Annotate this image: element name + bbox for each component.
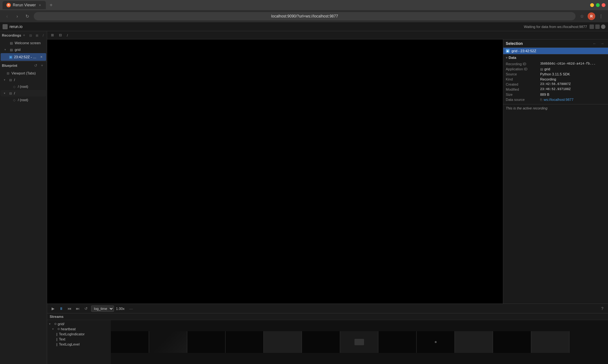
app-name-label: rerun.io bbox=[10, 24, 23, 29]
blueprint-root2[interactable]: ◇ / (root) bbox=[1, 97, 46, 103]
recording-id-label: Recording ID bbox=[506, 62, 538, 66]
data-row-datasource: Data source ⎘ ws://localhost:9877 bbox=[506, 97, 605, 102]
thumb-6[interactable] bbox=[302, 331, 340, 353]
viewport-tb-btn1[interactable]: ⊞ bbox=[49, 32, 56, 38]
thumb-7[interactable] bbox=[340, 331, 378, 353]
stream-textlogindicator[interactable]: ∥ TextLogIndicator bbox=[47, 332, 111, 337]
window-minimize[interactable] bbox=[590, 3, 594, 7]
datasource-link-icon: ⎘ bbox=[540, 98, 542, 102]
help-button[interactable]: ? bbox=[599, 305, 605, 312]
data-table: Recording ID 3b0bbb6c-c61e-462d-a414-fb.… bbox=[503, 61, 608, 104]
left-sidebar: Recordings + ⊟ ⊞ / ▾ ▤ Welcome screen bbox=[0, 31, 47, 364]
stream-text[interactable]: ∥ Text bbox=[47, 337, 111, 342]
recordings-label: Recordings bbox=[2, 33, 21, 37]
step-forward-button[interactable]: ⏭ bbox=[75, 305, 81, 312]
root2-label: / (root) bbox=[18, 98, 28, 102]
thumb-12[interactable] bbox=[531, 331, 569, 353]
blueprint-section: Blueprint ↺ + ⊟ Viewport (Tabs) ▾ ⊟ bbox=[0, 61, 47, 103]
thumb-2[interactable] bbox=[149, 331, 187, 353]
panel-nav-forward[interactable]: → bbox=[599, 40, 605, 47]
address-bar[interactable]: localhost:9090/?url=ws://localhost:9877 bbox=[34, 12, 576, 20]
nav-back-button[interactable]: ‹ bbox=[3, 12, 11, 20]
root1-label: / (root) bbox=[18, 85, 28, 88]
timeline-selector[interactable]: log_time bbox=[91, 305, 114, 312]
selection-title: Selection bbox=[506, 41, 523, 46]
new-tab-button[interactable]: + bbox=[47, 1, 55, 9]
nav-refresh-button[interactable]: ↻ bbox=[24, 12, 31, 20]
modified-label: Modified bbox=[506, 88, 538, 91]
grid-folder-dot bbox=[54, 323, 56, 325]
thumb-5[interactable] bbox=[264, 331, 302, 353]
thumb-4[interactable] bbox=[225, 331, 264, 353]
data-section-label: Data bbox=[509, 56, 516, 60]
menu-button[interactable]: ⋮ bbox=[597, 12, 605, 20]
favicon: R bbox=[6, 3, 11, 7]
browser-tab[interactable]: R Rerun Viewer × bbox=[3, 1, 46, 9]
thumb-9[interactable] bbox=[417, 331, 455, 353]
thumb-3[interactable] bbox=[187, 331, 225, 353]
textlogindicator-label: TextLogIndicator bbox=[59, 332, 85, 336]
datasource-value[interactable]: ⎘ ws://localhost:9877 bbox=[540, 98, 605, 102]
thumb-11[interactable] bbox=[493, 331, 531, 353]
sidebar-item-grid-recording[interactable]: ▣ 23:42:52Z - 8... × bbox=[1, 53, 46, 61]
viewport-tabs-label: Viewport (Tabs) bbox=[11, 71, 36, 75]
blueprint-header: Blueprint ↺ + bbox=[0, 61, 47, 70]
status-icon-2[interactable] bbox=[595, 24, 600, 29]
app-logo-icon bbox=[3, 24, 8, 29]
blueprint-root1[interactable]: ◇ / (root) bbox=[1, 83, 46, 90]
viewport-tb-btn2[interactable]: ⊟ bbox=[57, 32, 64, 38]
right-panel-header: Selection ← → bbox=[503, 39, 608, 48]
recording-id-value: 3b0bbb6c-c61e-462d-a414-fb... bbox=[540, 62, 605, 66]
data-row-recording-id: Recording ID 3b0bbb6c-c61e-462d-a414-fb.… bbox=[506, 61, 605, 66]
kind-value: Recording bbox=[540, 77, 605, 81]
viewport-toolbar: ⊞ ⊟ / bbox=[47, 31, 608, 39]
selected-item-label: grid - 23:42:52Z bbox=[511, 49, 536, 53]
slash1-arrow: ▾ bbox=[4, 78, 7, 81]
recordings-header-actions: + ⊟ ⊞ / bbox=[21, 32, 46, 38]
play-button[interactable]: ▶ bbox=[50, 305, 56, 312]
bookmark-button[interactable]: ☆ bbox=[578, 12, 586, 20]
loop-button[interactable]: ↺ bbox=[83, 305, 89, 312]
profile-button[interactable]: R bbox=[588, 12, 595, 20]
recording-view-btn-2[interactable]: ⊞ bbox=[34, 32, 40, 38]
blueprint-viewport-tabs[interactable]: ⊟ Viewport (Tabs) bbox=[1, 70, 46, 76]
selected-recording-item[interactable]: ▣ grid - 23:42:52Z bbox=[503, 48, 608, 54]
blueprint-slash1[interactable]: ▾ ⊟ / bbox=[1, 77, 46, 83]
app-header: rerun.io Waiting for data from ws://loca… bbox=[0, 22, 608, 31]
size-value: 889 B bbox=[540, 93, 605, 96]
grid-rec-icon: ▣ bbox=[8, 55, 13, 59]
thumb-8[interactable] bbox=[378, 331, 417, 353]
stream-grid-folder[interactable]: ▾ grid/ bbox=[47, 321, 111, 326]
app-id-value: ▤ grid bbox=[540, 67, 605, 71]
status-icon-1[interactable] bbox=[590, 24, 594, 29]
data-section-toggle[interactable]: ▾ Data bbox=[503, 54, 608, 61]
add-recording-button[interactable]: + bbox=[21, 32, 27, 38]
root1-icon: ◇ bbox=[12, 84, 17, 89]
app-logo: rerun.io bbox=[3, 24, 23, 29]
close-recording-btn[interactable]: × bbox=[39, 54, 44, 60]
viewport-tabs-icon: ⊟ bbox=[6, 71, 10, 75]
blueprint-refresh-btn[interactable]: ↺ bbox=[33, 63, 39, 68]
nav-forward-button[interactable]: › bbox=[13, 12, 21, 20]
step-back-button[interactable]: ⏮ bbox=[66, 305, 73, 312]
pause-button[interactable]: ⏸ bbox=[58, 305, 64, 312]
grid-arrow: ▾ bbox=[4, 48, 8, 51]
thumb-10[interactable] bbox=[455, 331, 493, 353]
app-container: rerun.io Waiting for data from ws://loca… bbox=[0, 22, 608, 364]
size-label: Size bbox=[506, 93, 538, 96]
status-icon-3[interactable] bbox=[601, 24, 605, 29]
sidebar-item-welcome[interactable]: ▾ ▤ Welcome screen bbox=[1, 40, 46, 46]
window-close[interactable] bbox=[602, 3, 605, 7]
blueprint-add-btn[interactable]: + bbox=[39, 63, 45, 68]
viewport-tb-btn3[interactable]: / bbox=[65, 32, 70, 38]
window-maximize[interactable] bbox=[596, 3, 600, 7]
stream-heartbeat[interactable]: ▾ heartbeat bbox=[47, 326, 111, 332]
tab-close-btn[interactable]: × bbox=[38, 3, 42, 7]
panel-nav-back[interactable]: ← bbox=[591, 40, 598, 47]
stream-textloglevel[interactable]: ∥ TextLogLevel bbox=[47, 342, 111, 347]
recording-view-btn-3[interactable]: / bbox=[40, 32, 46, 38]
sidebar-item-grid[interactable]: ▾ ▤ grid bbox=[1, 46, 46, 53]
recording-view-btn-1[interactable]: ⊟ bbox=[28, 32, 33, 38]
thumb-1[interactable] bbox=[111, 331, 149, 353]
blueprint-slash2[interactable]: ▾ ⊟ / bbox=[1, 90, 46, 96]
